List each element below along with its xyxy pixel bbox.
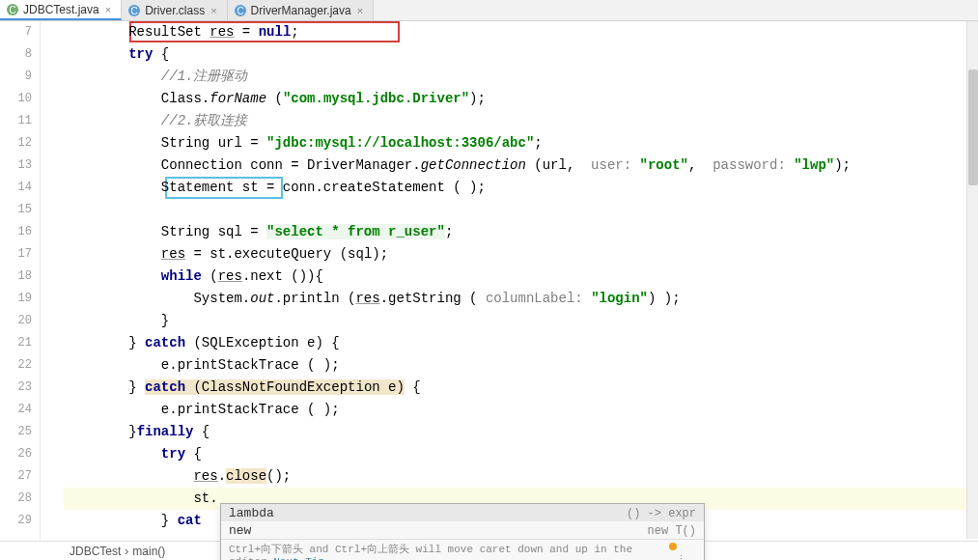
line-number: 14 [0,177,32,199]
editor-tabs: C JDBCTest.java × C Driver.class × C Dri… [0,0,978,21]
code-line[interactable]: try { [64,43,978,66]
line-number: 9 [0,66,32,88]
close-icon[interactable]: × [105,4,111,15]
line-number: 27 [0,465,32,488]
code-line[interactable]: String sql = "select * from r_user"; [64,221,978,243]
line-number: 29 [0,510,32,532]
code-line[interactable]: ResultSet res = null; [64,21,978,43]
code-line[interactable]: System.out.println (res.getString ( colu… [64,288,978,310]
line-number: 26 [0,443,32,465]
line-number: 17 [0,243,32,266]
code-line[interactable]: res = st.executeQuery (sql); [64,243,978,266]
code-line[interactable]: res.close(); [64,465,978,488]
code-line[interactable]: } catch (SQLException e) { [64,332,978,354]
line-number: 22 [0,354,32,377]
code-line[interactable]: String url = "jdbc:mysql://localhost:330… [64,132,978,154]
tab-drivermanager[interactable]: C DriverManager.java × [228,0,374,20]
breadcrumb-item[interactable]: JDBCTest [70,545,121,558]
code-line[interactable]: } catch (ClassNotFoundException e) { [64,377,978,399]
code-line[interactable]: //1.注册驱动 [64,66,978,88]
line-gutter: 7 8 9 10 11 12 13 14 15 16 17 18 19 20 2… [0,21,41,541]
tab-label: DriverManager.java [251,4,351,17]
code-line[interactable]: //2.获取连接 [64,110,978,132]
breadcrumb-item[interactable]: main() [132,545,165,558]
next-tip-link[interactable]: Next Tip [273,556,324,560]
tab-driver[interactable]: C Driver.class × [122,0,227,20]
code-editor[interactable]: ResultSet res = null; try { //1.注册驱动 Cla… [64,21,978,541]
line-number: 12 [0,132,32,154]
line-number: 28 [0,488,32,510]
code-line[interactable]: Class.forName ("com.mysql.jdbc.Driver"); [64,88,978,110]
line-number: 16 [0,221,32,243]
tab-label: Driver.class [145,4,205,17]
line-number: 19 [0,288,32,310]
fold-gutter [41,21,64,541]
warning-dot-icon [669,543,677,550]
svg-text:C: C [9,5,15,15]
autocomplete-item[interactable]: lambda () -> expr [221,504,704,521]
class-icon: C [6,3,19,16]
code-line[interactable]: e.printStackTrace ( ); [64,399,978,421]
svg-text:C: C [131,6,138,16]
line-number: 24 [0,399,32,421]
code-line[interactable]: while (res.next ()){ [64,266,978,288]
code-line[interactable]: try { [64,443,978,465]
line-number: 25 [0,421,32,443]
close-icon[interactable]: × [210,5,216,16]
code-line[interactable]: e.printStackTrace ( ); [64,354,978,377]
code-line[interactable]: Statement st = conn.createStatement ( ); [64,177,978,199]
close-icon[interactable]: × [357,5,363,16]
line-number: 13 [0,154,32,177]
autocomplete-popup[interactable]: lambda () -> expr new new T() Ctrl+向下箭头 … [220,503,705,560]
autocomplete-item[interactable]: new new T() [221,521,704,539]
line-number: 20 [0,310,32,332]
tab-label: JDBCTest.java [23,3,99,16]
line-number: 11 [0,110,32,132]
line-number: 21 [0,332,32,354]
chevron-right-icon: › [125,545,128,558]
code-line[interactable] [64,199,978,221]
autocomplete-hint: Ctrl+向下箭头 and Ctrl+向上箭头 will move caret … [221,539,704,560]
line-number: 7 [0,21,32,43]
code-line[interactable]: } [64,310,978,332]
line-number: 8 [0,43,32,66]
class-icon: C [234,4,247,17]
line-number: 18 [0,266,32,288]
code-line[interactable]: }finally { [64,421,978,443]
line-number: 15 [0,199,32,221]
editor-area: 7 8 9 10 11 12 13 14 15 16 17 18 19 20 2… [0,21,978,541]
code-line[interactable]: Connection conn = DriverManager.getConne… [64,154,978,177]
tab-jdbctest[interactable]: C JDBCTest.java × [0,0,122,20]
class-icon: C [127,4,141,17]
line-number: 23 [0,377,32,399]
svg-text:C: C [237,6,243,16]
vertical-scrollbar[interactable] [966,21,978,539]
scrollbar-thumb[interactable] [968,70,978,185]
line-number: 10 [0,88,32,110]
